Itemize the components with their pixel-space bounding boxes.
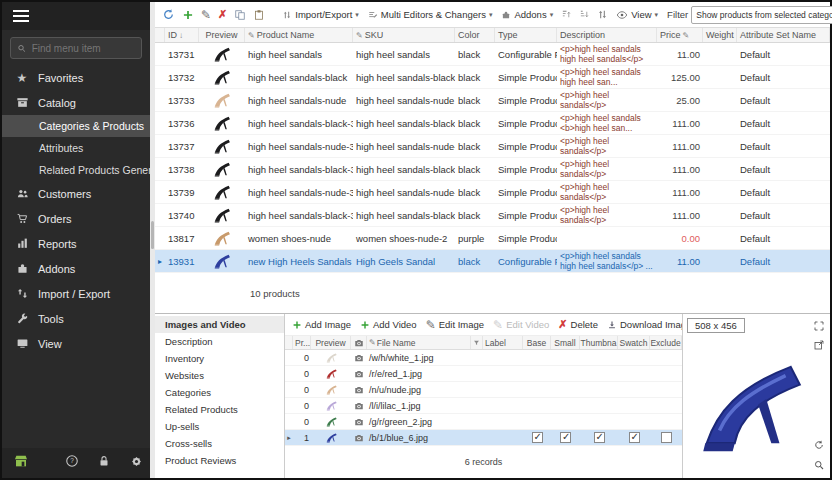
column-header-filter[interactable] — [471, 336, 483, 349]
hamburger-menu-icon[interactable] — [13, 7, 29, 25]
tab-inventory[interactable]: Inventory — [155, 350, 284, 367]
product-row[interactable]: 13736high heel sandals-black-36high heel… — [155, 112, 830, 135]
sidebar-item-addons[interactable]: Addons — [2, 256, 150, 281]
download-image-button[interactable]: Download Image — [607, 319, 691, 330]
checkbox-exclude[interactable] — [661, 432, 672, 443]
sidebar-item-tools[interactable]: Tools — [2, 306, 150, 331]
sidebar-item-view[interactable]: View — [2, 331, 150, 356]
column-header-thumbnail[interactable]: Thumbna — [580, 336, 618, 349]
delete-image-button[interactable]: ✗Delete — [558, 318, 598, 331]
sidebar-item-import-export[interactable]: Import / Export — [2, 281, 150, 306]
cell-attribute-set: Default — [737, 141, 830, 152]
column-header-priority[interactable]: Pr... — [293, 336, 311, 349]
column-header-image-preview[interactable]: Preview — [311, 336, 351, 349]
open-external-icon[interactable] — [812, 338, 826, 352]
tab-product-reviews[interactable]: Product Reviews — [155, 452, 284, 469]
panel-splitter[interactable] — [150, 2, 155, 478]
delete-product-button[interactable]: ✗ — [216, 6, 229, 23]
button-label: Add Image — [305, 319, 351, 330]
column-header-price[interactable]: Price✎ — [657, 28, 703, 42]
add-product-button[interactable] — [180, 7, 196, 23]
product-row[interactable]: 13733high heel sandals-nudehigh heel san… — [155, 89, 830, 112]
sidebar-item-favorites[interactable]: ★ Favorites — [2, 65, 150, 90]
product-row[interactable]: 13738high heel sandals-black-37high heel… — [155, 158, 830, 181]
image-row[interactable]: 0/n/u/nude.jpg — [285, 382, 682, 398]
help-icon[interactable]: ? — [65, 454, 79, 472]
checkbox-thumbnail[interactable] — [594, 432, 605, 443]
column-header-preview[interactable]: Preview — [199, 28, 245, 42]
import-export-menu[interactable]: Import/Export▾ — [279, 7, 362, 22]
product-row[interactable]: 13817women shoes-nudewomen shoes-nude-2p… — [155, 227, 830, 250]
move-rows-button[interactable] — [595, 7, 610, 22]
sidebar-item-orders[interactable]: Orders — [2, 206, 150, 231]
add-video-button[interactable]: Add Video — [360, 319, 417, 330]
cell-preview — [199, 251, 245, 271]
up-down-icon — [597, 9, 608, 20]
product-row[interactable]: 13737high heel sandals-nude-36high heel … — [155, 135, 830, 158]
lock-icon[interactable] — [97, 454, 111, 472]
product-row[interactable]: 13739high heel sandals-nude-37high heel … — [155, 181, 830, 204]
view-menu[interactable]: View▾ — [613, 7, 661, 23]
paste-button[interactable] — [251, 7, 267, 23]
column-header-type[interactable]: Type — [495, 28, 557, 42]
sidebar-search[interactable] — [10, 37, 142, 59]
column-header-base[interactable]: Base — [523, 336, 551, 349]
sort-asc-button[interactable] — [559, 7, 574, 22]
fullscreen-icon[interactable] — [812, 319, 826, 333]
sidebar-item-related-products-generator[interactable]: Related Products Generator — [2, 159, 150, 181]
column-header-id[interactable]: ID↓ — [165, 28, 199, 42]
image-row[interactable]: 0/r/e/red_1.jpg — [285, 366, 682, 382]
rotate-icon[interactable] — [812, 438, 826, 452]
column-header-color[interactable]: Color — [455, 28, 495, 42]
column-header-swatch[interactable]: Swatch — [618, 336, 650, 349]
category-filter-select[interactable]: Show products from selected categories▾ — [691, 6, 832, 24]
addons-menu[interactable]: Addons▾ — [498, 7, 556, 22]
column-header-description[interactable]: Description — [557, 28, 657, 42]
image-row[interactable]: 0/w/h/white_1.jpg — [285, 350, 682, 366]
sidebar-item-customers[interactable]: Customers — [2, 181, 150, 206]
tab-images-and-video[interactable]: Images and Video — [155, 316, 284, 333]
column-header-exclude[interactable]: Exclude — [650, 336, 682, 349]
edit-product-button[interactable]: ✎ — [199, 6, 213, 24]
product-row[interactable]: ▸13931new High Heels SandalsHigh Geels S… — [155, 250, 830, 273]
gear-icon[interactable] — [129, 454, 144, 473]
product-row[interactable]: 13731high heel sandalshigh heel sandalsb… — [155, 43, 830, 66]
add-image-button[interactable]: Add Image — [292, 319, 351, 330]
search-input[interactable] — [32, 43, 135, 54]
image-row[interactable]: 0/g/r/green_2.jpg — [285, 414, 682, 430]
column-header-label[interactable]: Label — [483, 336, 523, 349]
checkbox-base[interactable] — [532, 432, 543, 443]
checkbox-swatch[interactable] — [629, 432, 640, 443]
sidebar-item-catalog[interactable]: Catalog — [2, 90, 150, 115]
store-icon[interactable] — [13, 453, 29, 473]
tab-description[interactable]: Description — [155, 333, 284, 350]
tab-websites[interactable]: Websites — [155, 367, 284, 384]
product-row[interactable]: 13732high heel sandals-blackhigh heel sa… — [155, 66, 830, 89]
checkbox-small[interactable] — [560, 432, 571, 443]
sidebar-item-categories-products[interactable]: Categories & Products — [2, 115, 150, 137]
multi-editors-menu[interactable]: Multi Editors & Changers▾ — [365, 7, 496, 22]
column-header-attribute-set[interactable]: Attribute Set Name — [737, 28, 830, 42]
sidebar-item-attributes[interactable]: Attributes — [2, 137, 150, 159]
column-header-weight[interactable]: Weight — [703, 28, 737, 42]
copy-button[interactable] — [232, 7, 248, 23]
column-header-file-name[interactable]: ✎File Name — [367, 336, 471, 349]
sidebar-item-reports[interactable]: Reports — [2, 231, 150, 256]
row-expander[interactable]: ▸ — [285, 434, 293, 442]
sort-desc-button[interactable] — [577, 7, 592, 22]
tab-categories[interactable]: Categories — [155, 384, 284, 401]
zoom-icon[interactable] — [812, 458, 826, 472]
column-header-small[interactable]: Small — [551, 336, 580, 349]
column-header-camera[interactable] — [351, 336, 367, 349]
tab-cross-sells[interactable]: Cross-sells — [155, 435, 284, 452]
product-row[interactable]: 13740high heel sandals-black-38high heel… — [155, 204, 830, 227]
edit-image-button[interactable]: ✎Edit Image — [426, 318, 484, 332]
column-header-product-name[interactable]: ✎Product Name — [245, 28, 353, 42]
column-header-sku[interactable]: ✎SKU — [353, 28, 455, 42]
refresh-button[interactable] — [160, 6, 177, 23]
image-row[interactable]: 0/l/i/lilac_1.jpg — [285, 398, 682, 414]
tab-related-products[interactable]: Related Products — [155, 401, 284, 418]
row-expander[interactable]: ▸ — [155, 257, 165, 266]
tab-up-sells[interactable]: Up-sells — [155, 418, 284, 435]
image-row[interactable]: ▸1/b/1/blue_6.jpg — [285, 430, 682, 446]
